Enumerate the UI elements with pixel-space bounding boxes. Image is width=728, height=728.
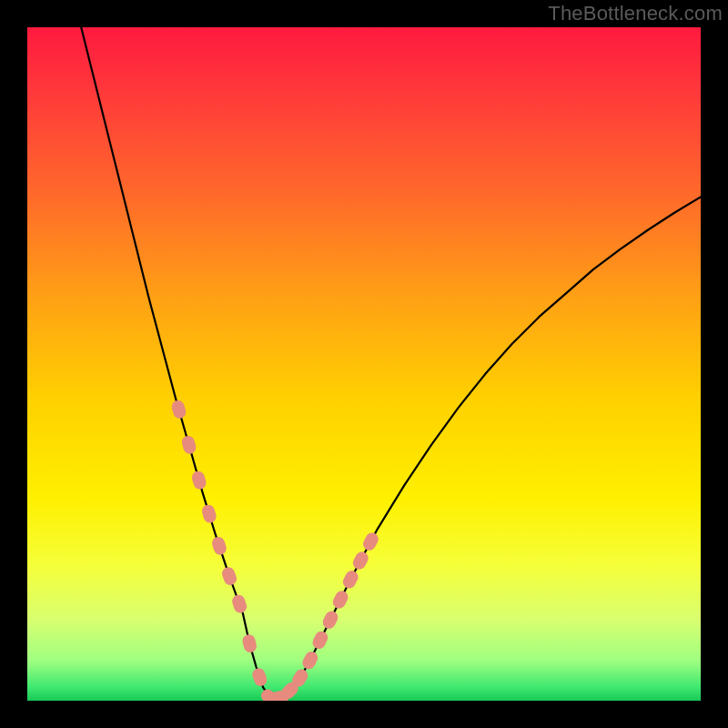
chart-svg <box>27 27 701 701</box>
chart-frame: TheBottleneck.com <box>0 0 728 728</box>
watermark-text: TheBottleneck.com <box>548 2 723 25</box>
plot-area <box>27 27 701 701</box>
gradient-background <box>27 27 701 701</box>
